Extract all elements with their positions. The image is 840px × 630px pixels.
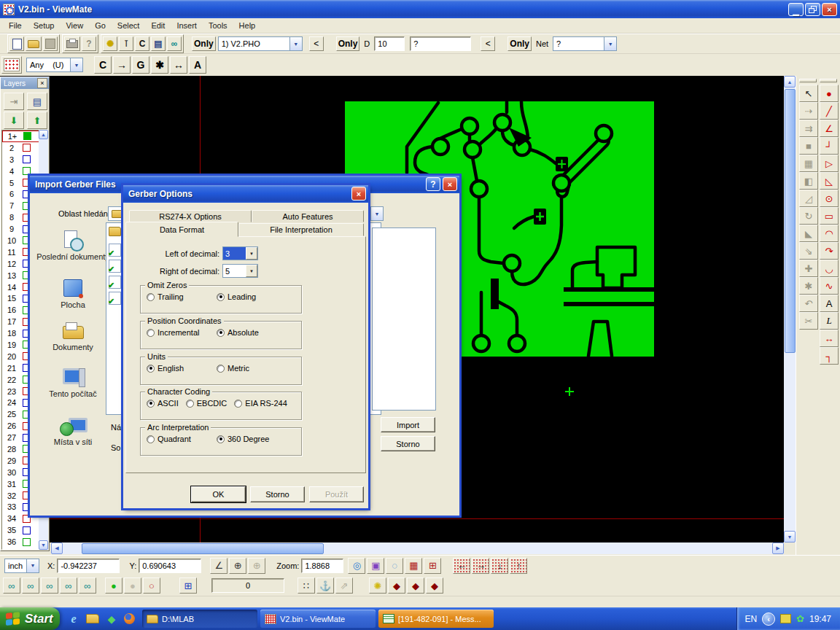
place-plocha[interactable]: Plocha — [36, 278, 109, 309]
tab-file-interpretation[interactable]: File Interpretation — [238, 223, 364, 236]
settings-tool[interactable]: ✱ — [799, 277, 818, 295]
selection-filter-button[interactable] — [1, 56, 22, 74]
task-dmlab[interactable]: D:\MLAB — [142, 610, 257, 628]
firefox-icon[interactable] — [124, 613, 135, 624]
toolbar-grip-left[interactable] — [799, 79, 817, 82]
place-m-sta-v-s-ti[interactable]: Místa v síti — [36, 415, 109, 446]
circle-tool[interactable]: ⊙ — [820, 190, 839, 207]
tab-auto-features[interactable]: Auto Features — [252, 210, 364, 222]
scroll-down-button[interactable]: ▼ — [784, 531, 796, 542]
radio-absolute[interactable]: Absolute — [217, 328, 259, 337]
zoom-grid-button[interactable]: ▣ — [367, 558, 384, 574]
horizontal-scrollbar[interactable]: ◀ ▶ — [51, 542, 784, 554]
menu-insert[interactable]: Insert — [171, 20, 203, 31]
mirror-vertical-tool[interactable]: ◿ — [799, 190, 818, 207]
anchor-button[interactable]: ⚓ — [316, 578, 334, 594]
new-file-button[interactable] — [9, 36, 24, 51]
view-traces-button[interactable]: ∞ — [22, 578, 39, 594]
ie-icon[interactable]: e — [67, 612, 80, 626]
import-cancel-button[interactable]: Storno — [381, 436, 435, 451]
ok-button[interactable]: OK — [191, 486, 246, 502]
select-g-button[interactable]: G — [132, 56, 149, 74]
pan-up-button[interactable]: ↑ — [510, 558, 527, 574]
flash-highlight-button[interactable]: ✺ — [369, 578, 386, 594]
pad-small-button[interactable]: ◆ — [407, 578, 424, 594]
context-help-button[interactable]: ? — [82, 36, 96, 51]
pad-flash-tool[interactable]: ● — [820, 85, 839, 102]
place-dokumenty[interactable]: Dokumenty — [36, 320, 109, 351]
radio-ascii[interactable]: ASCII — [147, 399, 179, 408]
scroll-left-button[interactable]: ◀ — [51, 542, 63, 554]
layer-stack-button[interactable]: ▤ — [27, 93, 47, 110]
move-layer-tool[interactable]: ⇘ — [799, 242, 818, 260]
radio-trailing[interactable]: Trailing — [147, 292, 209, 301]
mirror-horizontal-tool[interactable]: ◧ — [799, 172, 818, 190]
radio-leading[interactable]: Leading — [217, 292, 256, 301]
print-button[interactable] — [64, 36, 80, 51]
menu-go[interactable]: Go — [89, 20, 112, 31]
horizontal-scroll-thumb[interactable] — [82, 543, 324, 554]
radio-360-degree[interactable]: 360 Degree — [217, 435, 270, 443]
scale-tool[interactable]: ◣ — [799, 225, 818, 242]
checked-file-icon[interactable] — [109, 260, 121, 273]
view-pads-button[interactable]: ∞ — [3, 578, 20, 594]
layer-down-button[interactable]: ⬇ — [4, 112, 24, 129]
menu-setup[interactable]: Setup — [28, 20, 61, 31]
import-close-button[interactable]: × — [443, 177, 457, 191]
place-posledn-dokumenty[interactable]: Poslední dokumenty — [36, 230, 109, 261]
measure-kit-button[interactable]: ⊺ — [119, 36, 133, 51]
start-button[interactable]: Start — [0, 607, 60, 630]
pad-solid-button[interactable]: ◆ — [388, 578, 405, 594]
dcode-field[interactable]: 10 — [374, 36, 405, 51]
inspect-glasses-button[interactable]: ∞ — [167, 36, 182, 51]
ellipse-arc-tool[interactable]: ◡ — [820, 260, 839, 277]
menu-tools[interactable]: Tools — [203, 20, 233, 31]
apply-button[interactable]: Použít — [309, 486, 364, 502]
tray-icon-2[interactable]: ✿ — [796, 613, 804, 624]
cancel-button[interactable]: Storno — [250, 486, 305, 502]
layers-panel-titlebar[interactable]: Layers × — [1, 77, 49, 89]
folder-file-icon[interactable] — [109, 227, 121, 236]
tab-rs274x-options[interactable]: RS274-X Options — [129, 210, 252, 222]
view-flashes-button[interactable]: ∞ — [41, 578, 58, 594]
arc-tool[interactable]: ◠ — [820, 225, 839, 242]
language-indicator[interactable]: EN — [744, 614, 757, 624]
corner-tool[interactable]: ┐ — [820, 347, 839, 365]
left-of-decimal-combo[interactable]: 3 ▼ — [222, 246, 258, 260]
checked-file-icon[interactable] — [109, 244, 121, 257]
select-text-button[interactable]: A — [189, 56, 206, 74]
rotate-tool[interactable]: ↻ — [799, 207, 818, 225]
menu-edit[interactable]: Edit — [145, 20, 171, 31]
pan-right-button[interactable]: → — [472, 558, 489, 574]
curve-tool[interactable]: ↷ — [820, 242, 839, 260]
radio-ebcdic[interactable]: EBCDIC — [186, 399, 228, 408]
layer-up-button[interactable]: ⬆ — [27, 112, 47, 129]
explorer-folder-icon[interactable] — [86, 614, 99, 623]
probe-button[interactable]: ⊕ — [248, 558, 265, 574]
radio-metric[interactable]: Metric — [217, 364, 249, 373]
menu-view[interactable]: View — [60, 20, 89, 31]
copy-item-tool[interactable]: ⇉ — [799, 120, 818, 137]
select-c-button[interactable]: C — [94, 56, 112, 74]
dcode-query-field[interactable]: ? — [410, 36, 471, 51]
snap-grid-button[interactable]: ∷ — [298, 578, 315, 594]
dcode-list-button[interactable]: C — [135, 36, 149, 51]
only-dcode-button[interactable]: Only — [336, 36, 360, 51]
pad-corner-button[interactable]: ◆ — [426, 578, 443, 594]
app-icon[interactable]: ◆ — [105, 612, 118, 626]
filled-pad-tool[interactable]: ■ — [799, 137, 818, 155]
menu-help[interactable]: Help — [233, 20, 262, 31]
only-layer-button[interactable]: Only — [192, 36, 216, 51]
import-button[interactable]: Import — [381, 417, 435, 432]
birdseye-button[interactable]: ✺ — [103, 36, 117, 51]
net-combo[interactable]: ? ▼ — [553, 36, 617, 51]
restore-button[interactable] — [805, 3, 820, 16]
tray-chevron-button[interactable]: ‹ — [762, 612, 775, 626]
polyline-tool[interactable]: ∠ — [820, 120, 839, 137]
drag-trace-button[interactable]: ⇗ — [335, 578, 353, 594]
zoom-value-field[interactable]: 1.8868 — [301, 559, 343, 573]
grid-small-button[interactable]: ▦ — [405, 558, 422, 574]
pan-left-button[interactable]: ← — [453, 558, 470, 574]
layer-send-button[interactable]: ⇥ — [4, 93, 24, 110]
vertical-scroll-thumb[interactable] — [785, 89, 796, 353]
